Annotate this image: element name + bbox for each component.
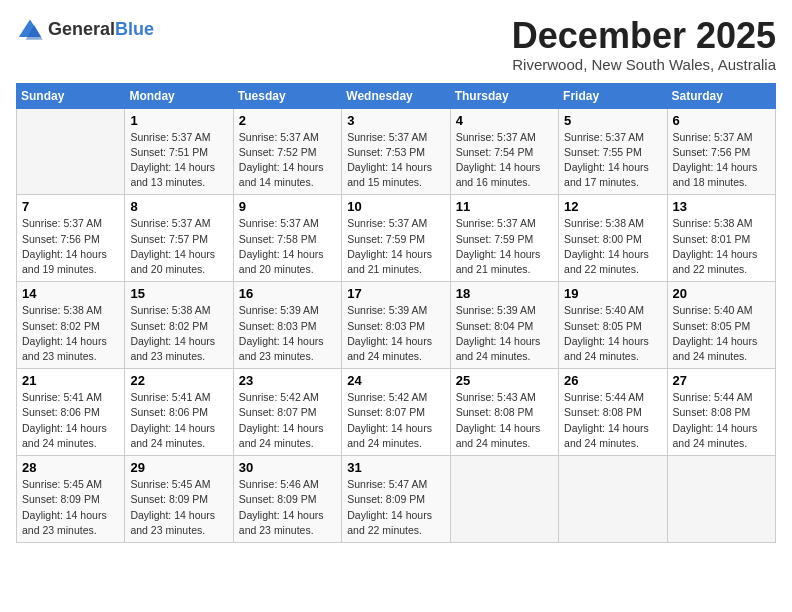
day-number: 28 xyxy=(22,460,119,475)
logo-icon xyxy=(16,16,44,44)
calendar-body: 1Sunrise: 5:37 AM Sunset: 7:51 PM Daylig… xyxy=(17,108,776,542)
day-info: Sunrise: 5:44 AM Sunset: 8:08 PM Dayligh… xyxy=(673,390,770,451)
day-number: 14 xyxy=(22,286,119,301)
calendar-day-cell: 22Sunrise: 5:41 AM Sunset: 8:06 PM Dayli… xyxy=(125,369,233,456)
calendar-day-cell: 17Sunrise: 5:39 AM Sunset: 8:03 PM Dayli… xyxy=(342,282,450,369)
weekday-header-cell: Thursday xyxy=(450,83,558,108)
calendar-day-cell: 9Sunrise: 5:37 AM Sunset: 7:58 PM Daylig… xyxy=(233,195,341,282)
day-number: 27 xyxy=(673,373,770,388)
day-info: Sunrise: 5:40 AM Sunset: 8:05 PM Dayligh… xyxy=(564,303,661,364)
day-info: Sunrise: 5:37 AM Sunset: 7:54 PM Dayligh… xyxy=(456,130,553,191)
day-number: 17 xyxy=(347,286,444,301)
day-info: Sunrise: 5:42 AM Sunset: 8:07 PM Dayligh… xyxy=(239,390,336,451)
day-info: Sunrise: 5:41 AM Sunset: 8:06 PM Dayligh… xyxy=(22,390,119,451)
weekday-header-cell: Wednesday xyxy=(342,83,450,108)
day-info: Sunrise: 5:39 AM Sunset: 8:04 PM Dayligh… xyxy=(456,303,553,364)
calendar-day-cell: 3Sunrise: 5:37 AM Sunset: 7:53 PM Daylig… xyxy=(342,108,450,195)
calendar-day-cell: 27Sunrise: 5:44 AM Sunset: 8:08 PM Dayli… xyxy=(667,369,775,456)
day-info: Sunrise: 5:37 AM Sunset: 7:59 PM Dayligh… xyxy=(347,216,444,277)
calendar-day-cell: 16Sunrise: 5:39 AM Sunset: 8:03 PM Dayli… xyxy=(233,282,341,369)
day-number: 10 xyxy=(347,199,444,214)
logo-text-blue: Blue xyxy=(115,19,154,39)
day-info: Sunrise: 5:37 AM Sunset: 7:56 PM Dayligh… xyxy=(22,216,119,277)
calendar-day-cell: 28Sunrise: 5:45 AM Sunset: 8:09 PM Dayli… xyxy=(17,456,125,543)
calendar-day-cell: 23Sunrise: 5:42 AM Sunset: 8:07 PM Dayli… xyxy=(233,369,341,456)
calendar-week-row: 28Sunrise: 5:45 AM Sunset: 8:09 PM Dayli… xyxy=(17,456,776,543)
calendar-day-cell: 8Sunrise: 5:37 AM Sunset: 7:57 PM Daylig… xyxy=(125,195,233,282)
day-info: Sunrise: 5:39 AM Sunset: 8:03 PM Dayligh… xyxy=(347,303,444,364)
day-number: 21 xyxy=(22,373,119,388)
calendar-day-cell: 11Sunrise: 5:37 AM Sunset: 7:59 PM Dayli… xyxy=(450,195,558,282)
day-number: 19 xyxy=(564,286,661,301)
day-number: 3 xyxy=(347,113,444,128)
location-title: Riverwood, New South Wales, Australia xyxy=(512,56,776,73)
day-number: 22 xyxy=(130,373,227,388)
calendar-day-cell xyxy=(559,456,667,543)
weekday-header-cell: Monday xyxy=(125,83,233,108)
month-title: December 2025 xyxy=(512,16,776,56)
day-info: Sunrise: 5:45 AM Sunset: 8:09 PM Dayligh… xyxy=(130,477,227,538)
weekday-header-cell: Saturday xyxy=(667,83,775,108)
day-number: 29 xyxy=(130,460,227,475)
calendar-day-cell xyxy=(667,456,775,543)
calendar-day-cell xyxy=(450,456,558,543)
calendar-day-cell: 18Sunrise: 5:39 AM Sunset: 8:04 PM Dayli… xyxy=(450,282,558,369)
day-info: Sunrise: 5:37 AM Sunset: 7:57 PM Dayligh… xyxy=(130,216,227,277)
calendar-day-cell: 10Sunrise: 5:37 AM Sunset: 7:59 PM Dayli… xyxy=(342,195,450,282)
calendar: SundayMondayTuesdayWednesdayThursdayFrid… xyxy=(16,83,776,543)
calendar-day-cell: 29Sunrise: 5:45 AM Sunset: 8:09 PM Dayli… xyxy=(125,456,233,543)
day-number: 13 xyxy=(673,199,770,214)
day-info: Sunrise: 5:38 AM Sunset: 8:02 PM Dayligh… xyxy=(130,303,227,364)
calendar-day-cell: 31Sunrise: 5:47 AM Sunset: 8:09 PM Dayli… xyxy=(342,456,450,543)
calendar-day-cell: 19Sunrise: 5:40 AM Sunset: 8:05 PM Dayli… xyxy=(559,282,667,369)
day-number: 15 xyxy=(130,286,227,301)
calendar-week-row: 21Sunrise: 5:41 AM Sunset: 8:06 PM Dayli… xyxy=(17,369,776,456)
calendar-day-cell: 26Sunrise: 5:44 AM Sunset: 8:08 PM Dayli… xyxy=(559,369,667,456)
day-info: Sunrise: 5:42 AM Sunset: 8:07 PM Dayligh… xyxy=(347,390,444,451)
calendar-day-cell: 13Sunrise: 5:38 AM Sunset: 8:01 PM Dayli… xyxy=(667,195,775,282)
day-info: Sunrise: 5:38 AM Sunset: 8:02 PM Dayligh… xyxy=(22,303,119,364)
day-info: Sunrise: 5:37 AM Sunset: 7:51 PM Dayligh… xyxy=(130,130,227,191)
day-number: 6 xyxy=(673,113,770,128)
weekday-header-row: SundayMondayTuesdayWednesdayThursdayFrid… xyxy=(17,83,776,108)
calendar-week-row: 7Sunrise: 5:37 AM Sunset: 7:56 PM Daylig… xyxy=(17,195,776,282)
calendar-day-cell: 30Sunrise: 5:46 AM Sunset: 8:09 PM Dayli… xyxy=(233,456,341,543)
day-number: 25 xyxy=(456,373,553,388)
day-number: 26 xyxy=(564,373,661,388)
logo-text-general: General xyxy=(48,19,115,39)
day-info: Sunrise: 5:39 AM Sunset: 8:03 PM Dayligh… xyxy=(239,303,336,364)
day-number: 4 xyxy=(456,113,553,128)
calendar-day-cell: 6Sunrise: 5:37 AM Sunset: 7:56 PM Daylig… xyxy=(667,108,775,195)
day-info: Sunrise: 5:45 AM Sunset: 8:09 PM Dayligh… xyxy=(22,477,119,538)
weekday-header-cell: Sunday xyxy=(17,83,125,108)
day-number: 24 xyxy=(347,373,444,388)
day-number: 11 xyxy=(456,199,553,214)
calendar-day-cell: 12Sunrise: 5:38 AM Sunset: 8:00 PM Dayli… xyxy=(559,195,667,282)
header: GeneralBlue December 2025 Riverwood, New… xyxy=(16,16,776,73)
day-number: 1 xyxy=(130,113,227,128)
day-info: Sunrise: 5:37 AM Sunset: 7:55 PM Dayligh… xyxy=(564,130,661,191)
calendar-day-cell: 4Sunrise: 5:37 AM Sunset: 7:54 PM Daylig… xyxy=(450,108,558,195)
day-number: 18 xyxy=(456,286,553,301)
day-number: 12 xyxy=(564,199,661,214)
day-info: Sunrise: 5:37 AM Sunset: 7:58 PM Dayligh… xyxy=(239,216,336,277)
day-info: Sunrise: 5:37 AM Sunset: 7:52 PM Dayligh… xyxy=(239,130,336,191)
day-number: 20 xyxy=(673,286,770,301)
calendar-day-cell: 1Sunrise: 5:37 AM Sunset: 7:51 PM Daylig… xyxy=(125,108,233,195)
calendar-day-cell: 20Sunrise: 5:40 AM Sunset: 8:05 PM Dayli… xyxy=(667,282,775,369)
day-info: Sunrise: 5:40 AM Sunset: 8:05 PM Dayligh… xyxy=(673,303,770,364)
day-info: Sunrise: 5:37 AM Sunset: 7:59 PM Dayligh… xyxy=(456,216,553,277)
calendar-day-cell xyxy=(17,108,125,195)
day-number: 9 xyxy=(239,199,336,214)
logo: GeneralBlue xyxy=(16,16,154,44)
weekday-header-cell: Tuesday xyxy=(233,83,341,108)
calendar-day-cell: 5Sunrise: 5:37 AM Sunset: 7:55 PM Daylig… xyxy=(559,108,667,195)
calendar-day-cell: 2Sunrise: 5:37 AM Sunset: 7:52 PM Daylig… xyxy=(233,108,341,195)
day-info: Sunrise: 5:46 AM Sunset: 8:09 PM Dayligh… xyxy=(239,477,336,538)
calendar-week-row: 1Sunrise: 5:37 AM Sunset: 7:51 PM Daylig… xyxy=(17,108,776,195)
calendar-day-cell: 24Sunrise: 5:42 AM Sunset: 8:07 PM Dayli… xyxy=(342,369,450,456)
day-info: Sunrise: 5:38 AM Sunset: 8:00 PM Dayligh… xyxy=(564,216,661,277)
calendar-day-cell: 21Sunrise: 5:41 AM Sunset: 8:06 PM Dayli… xyxy=(17,369,125,456)
day-number: 8 xyxy=(130,199,227,214)
day-number: 7 xyxy=(22,199,119,214)
